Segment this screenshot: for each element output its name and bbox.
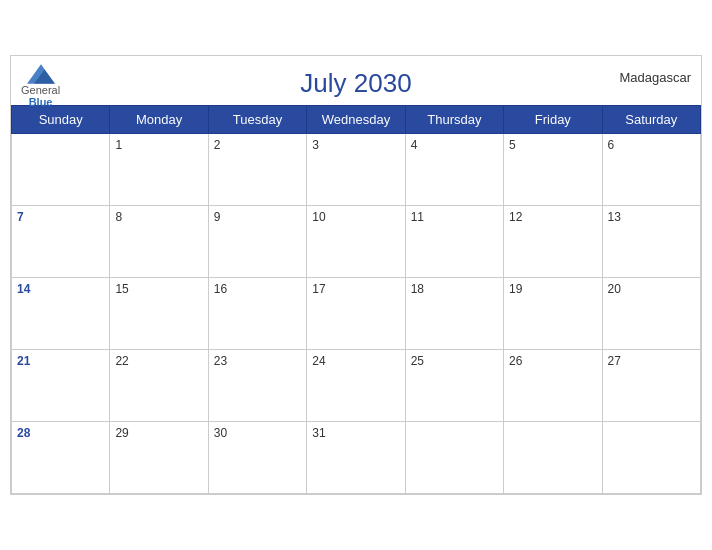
- day-number: 31: [312, 426, 325, 440]
- calendar-cell: 24: [307, 350, 405, 422]
- logo: General Blue: [21, 64, 60, 108]
- header-saturday: Saturday: [602, 106, 700, 134]
- calendar-cell: 4: [405, 134, 503, 206]
- day-number: 15: [115, 282, 128, 296]
- header-tuesday: Tuesday: [208, 106, 306, 134]
- calendar-cell: [12, 134, 110, 206]
- calendar-cell: 31: [307, 422, 405, 494]
- day-number: 19: [509, 282, 522, 296]
- calendar-cell: 18: [405, 278, 503, 350]
- calendar-cell: 5: [504, 134, 602, 206]
- logo-blue: Blue: [29, 96, 53, 108]
- day-number: 9: [214, 210, 221, 224]
- day-number: 27: [608, 354, 621, 368]
- calendar-cell: 20: [602, 278, 700, 350]
- calendar-week-3: 14151617181920: [12, 278, 701, 350]
- calendar: General Blue July 2030 Madagascar Sunday…: [10, 55, 702, 495]
- day-number: 24: [312, 354, 325, 368]
- logo-icon: [27, 64, 55, 84]
- day-number: 20: [608, 282, 621, 296]
- calendar-cell: 6: [602, 134, 700, 206]
- calendar-week-4: 21222324252627: [12, 350, 701, 422]
- day-number: 3: [312, 138, 319, 152]
- calendar-cell: 22: [110, 350, 208, 422]
- calendar-cell: [504, 422, 602, 494]
- day-number: 5: [509, 138, 516, 152]
- calendar-cell: 27: [602, 350, 700, 422]
- header-wednesday: Wednesday: [307, 106, 405, 134]
- calendar-cell: 9: [208, 206, 306, 278]
- day-number: 28: [17, 426, 30, 440]
- calendar-cell: [405, 422, 503, 494]
- day-number: 16: [214, 282, 227, 296]
- calendar-table: Sunday Monday Tuesday Wednesday Thursday…: [11, 105, 701, 494]
- day-number: 11: [411, 210, 424, 224]
- weekday-header-row: Sunday Monday Tuesday Wednesday Thursday…: [12, 106, 701, 134]
- day-number: 29: [115, 426, 128, 440]
- header-thursday: Thursday: [405, 106, 503, 134]
- calendar-week-5: 28293031: [12, 422, 701, 494]
- day-number: 26: [509, 354, 522, 368]
- calendar-cell: 3: [307, 134, 405, 206]
- calendar-cell: 23: [208, 350, 306, 422]
- calendar-cell: 21: [12, 350, 110, 422]
- calendar-cell: 17: [307, 278, 405, 350]
- calendar-week-1: 123456: [12, 134, 701, 206]
- calendar-cell: 10: [307, 206, 405, 278]
- day-number: 21: [17, 354, 30, 368]
- calendar-cell: 15: [110, 278, 208, 350]
- calendar-cell: 11: [405, 206, 503, 278]
- day-number: 18: [411, 282, 424, 296]
- day-number: 10: [312, 210, 325, 224]
- calendar-cell: 25: [405, 350, 503, 422]
- day-number: 22: [115, 354, 128, 368]
- calendar-cell: 8: [110, 206, 208, 278]
- calendar-cell: 7: [12, 206, 110, 278]
- logo-general: General: [21, 84, 60, 96]
- calendar-title: July 2030: [27, 68, 685, 99]
- calendar-cell: 16: [208, 278, 306, 350]
- calendar-cell: 2: [208, 134, 306, 206]
- day-number: 7: [17, 210, 24, 224]
- day-number: 30: [214, 426, 227, 440]
- calendar-cell: 29: [110, 422, 208, 494]
- calendar-cell: 19: [504, 278, 602, 350]
- country-label: Madagascar: [619, 70, 691, 85]
- calendar-cell: 26: [504, 350, 602, 422]
- calendar-cell: [602, 422, 700, 494]
- day-number: 6: [608, 138, 615, 152]
- calendar-cell: 30: [208, 422, 306, 494]
- calendar-week-2: 78910111213: [12, 206, 701, 278]
- calendar-cell: 28: [12, 422, 110, 494]
- day-number: 25: [411, 354, 424, 368]
- calendar-cell: 1: [110, 134, 208, 206]
- day-number: 4: [411, 138, 418, 152]
- calendar-cell: 14: [12, 278, 110, 350]
- header-monday: Monday: [110, 106, 208, 134]
- calendar-cell: 12: [504, 206, 602, 278]
- day-number: 23: [214, 354, 227, 368]
- day-number: 8: [115, 210, 122, 224]
- day-number: 17: [312, 282, 325, 296]
- calendar-cell: 13: [602, 206, 700, 278]
- calendar-header: General Blue July 2030 Madagascar: [11, 56, 701, 105]
- day-number: 12: [509, 210, 522, 224]
- header-friday: Friday: [504, 106, 602, 134]
- day-number: 2: [214, 138, 221, 152]
- day-number: 14: [17, 282, 30, 296]
- header-sunday: Sunday: [12, 106, 110, 134]
- day-number: 1: [115, 138, 122, 152]
- day-number: 13: [608, 210, 621, 224]
